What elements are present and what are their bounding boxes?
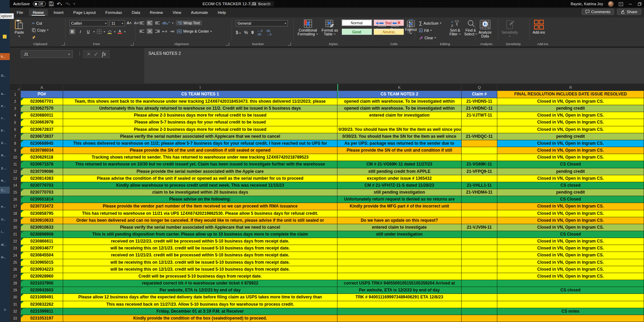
cell-Q10[interactable] (462, 154, 497, 161)
row-number[interactable]: 33 (10, 315, 21, 322)
font-dialog-launcher-icon[interactable] (130, 42, 134, 45)
cell-Q5[interactable] (462, 119, 497, 126)
tab-insert[interactable]: Insert (49, 9, 68, 16)
cell-Q20[interactable]: 21-VJV0N-11 (462, 224, 497, 231)
cell-Q9[interactable] (462, 147, 497, 154)
row-number[interactable]: 14 (10, 182, 21, 189)
cell-Q2[interactable]: 21-VHDN5-11 (462, 98, 497, 105)
cell-K14[interactable]: CM # 21-VFH7Z-11-S dated 11/28/23 (337, 182, 462, 189)
search-box[interactable]: Search (249, 1, 274, 7)
cell-K31[interactable] (337, 301, 462, 308)
cell-K3[interactable]: opened claim with warehouse. To be inves… (337, 105, 462, 112)
font-size-combo[interactable]: 11▾ (110, 20, 125, 26)
font-name-combo[interactable]: Calibri▾ (69, 20, 108, 26)
cell-R7[interactable]: pending credit (497, 133, 644, 140)
accounting-format-icon[interactable]: $ ▾ (236, 30, 241, 35)
cell-I3[interactable]: Unfortunately this has already returned … (63, 105, 337, 112)
cell-K13[interactable]: exception under issue # 1365432 (337, 175, 462, 182)
cell-A33[interactable]: 0231053197 (21, 315, 63, 322)
row-number[interactable]: 25 (10, 259, 21, 266)
cell-Q28[interactable] (462, 280, 497, 287)
cell-K28[interactable]: correct USPS TRK# 9405509105155105359204… (337, 280, 462, 287)
cell-K2[interactable]: opened claim with warehouse. To be inves… (337, 98, 462, 105)
cell-I15[interactable]: claim to be investigated within 20 busin… (63, 189, 337, 196)
cell-A2[interactable]: 0230667701 (21, 98, 63, 105)
cell-K9[interactable]: Please provide the SN of the unit and co… (337, 147, 462, 154)
cell-Q32[interactable] (462, 308, 497, 315)
user-name[interactable]: Baysic, Katrina Joy (570, 2, 603, 6)
cell-Q18[interactable] (462, 210, 497, 217)
cell-A26[interactable]: 0230934223 (21, 266, 63, 273)
cell-I17[interactable]: Please provide the vendor part number of… (63, 203, 337, 210)
cell-Q31[interactable] (462, 301, 497, 308)
row-number[interactable]: 21 (10, 231, 21, 238)
cell-I10[interactable]: Tracking shows returned to sender. This … (63, 154, 337, 161)
row-number[interactable]: 22 (10, 238, 21, 245)
undo-icon[interactable]: ↶▾ (57, 1, 62, 7)
cell-Q25[interactable] (462, 259, 497, 266)
cell-A23[interactable]: 0230934677 (21, 245, 63, 252)
cell-Q14[interactable]: 21-VHLL1-11 (462, 182, 497, 189)
cell-I22[interactable]: received on 11/22/23. credit will be pro… (63, 238, 337, 245)
cell-K6[interactable]: 0/30/23. You should have the SN for the … (337, 126, 462, 133)
quick-access-toolbar-icon[interactable]: ▿ (74, 2, 75, 6)
cell-I4[interactable]: Please allow 2-3 business days more for … (63, 112, 337, 119)
select-all-corner[interactable] (10, 84, 21, 91)
align-middle-icon[interactable] (147, 20, 153, 26)
formula-input[interactable]: SALES NOTES 2 (144, 48, 644, 83)
name-box[interactable]: J1▾ (21, 50, 73, 58)
cell-Q13[interactable] (462, 175, 497, 182)
cell-K11[interactable]: CM # 21-VG69K-11 dated 11/27/23 (337, 161, 462, 168)
cell-I7[interactable]: Please verify the serial number associat… (63, 133, 337, 140)
cell-K32[interactable] (337, 308, 462, 315)
row-number[interactable]: 24 (10, 252, 21, 259)
cell-Q19[interactable] (462, 217, 497, 224)
cell-I5[interactable]: Please allow 5-7 business days for your … (63, 119, 337, 126)
cell-Q1[interactable]: Claim # (462, 91, 497, 98)
increase-indent-icon[interactable]: ⇥≡ (170, 29, 174, 33)
row-number[interactable]: 30 (10, 294, 21, 301)
row-number[interactable]: 10 (10, 154, 21, 161)
cell-Q12[interactable]: 21-VFPQ9-11 (462, 168, 497, 175)
copy-button[interactable]: Copy▾ (32, 27, 49, 33)
cell-I6[interactable]: Please allow 2-3 business days more for … (63, 126, 337, 133)
cell-A11[interactable]: 0230671578 (21, 161, 63, 168)
cell-K29[interactable]: Per website, ETA is 12/2/23 by end of da… (337, 287, 462, 294)
cell-K8[interactable]: As per UPS: package was returned to the … (337, 140, 462, 147)
cell-Q26[interactable] (462, 266, 497, 273)
cell-K4[interactable]: entered claim for investigation (337, 112, 462, 119)
cell-R8[interactable]: Closed in VN, Open in Ingram CS. (497, 140, 644, 147)
cell-R10[interactable]: Closed in VN, Open in Ingram CS. (497, 154, 644, 161)
cell-Q22[interactable] (462, 238, 497, 245)
cell-I19[interactable]: Order has been delivered and can no long… (63, 217, 337, 224)
number-dialog-launcher-icon[interactable] (288, 42, 291, 45)
cell-Q11[interactable]: 21-VG69K-11 (462, 161, 497, 168)
cell-I29[interactable]: Per website, ETA is 12/2/23 by end of da… (63, 287, 337, 294)
cell-K33[interactable] (337, 315, 462, 322)
row-number[interactable]: 26 (10, 266, 21, 273)
style-good[interactable]: Good (342, 28, 372, 35)
row-number[interactable]: 27 (10, 273, 21, 280)
cell-Q27[interactable] (462, 273, 497, 280)
delete-cells-button[interactable]: Delete▾ (390, 19, 401, 35)
cell-A18[interactable]: 0230858795 (21, 210, 63, 217)
cell-K24[interactable] (337, 252, 462, 259)
align-left-icon[interactable] (139, 30, 144, 33)
row-number[interactable]: 3 (10, 105, 21, 112)
cell-Q30[interactable] (462, 294, 497, 301)
cell-Q3[interactable]: 21-VHDNC-11 (462, 105, 497, 112)
clear-button[interactable]: Clear▾ (419, 35, 441, 41)
format-painter-button[interactable] (32, 34, 49, 40)
sidebar-tab[interactable]: p... (0, 127, 10, 134)
fill-color-icon[interactable] (107, 29, 112, 34)
cell-I33[interactable]: Kindly provide the condition of the box … (63, 315, 337, 322)
cell-I23[interactable]: will be receiving this on 12/1/23. credi… (63, 245, 337, 252)
cell-A17[interactable]: 0230733472 (21, 203, 63, 210)
cell-Q29[interactable] (462, 287, 497, 294)
redo-icon[interactable]: ↷▾ (65, 1, 70, 7)
merge-center-button[interactable]: Merge & Center▾ (177, 29, 212, 33)
confirm-entry-icon[interactable]: ✓ (94, 51, 98, 58)
autosave-toggle[interactable]: Off (33, 1, 46, 6)
cell-K23[interactable] (337, 245, 462, 252)
ribbon-display-options-icon[interactable] (619, 2, 623, 6)
